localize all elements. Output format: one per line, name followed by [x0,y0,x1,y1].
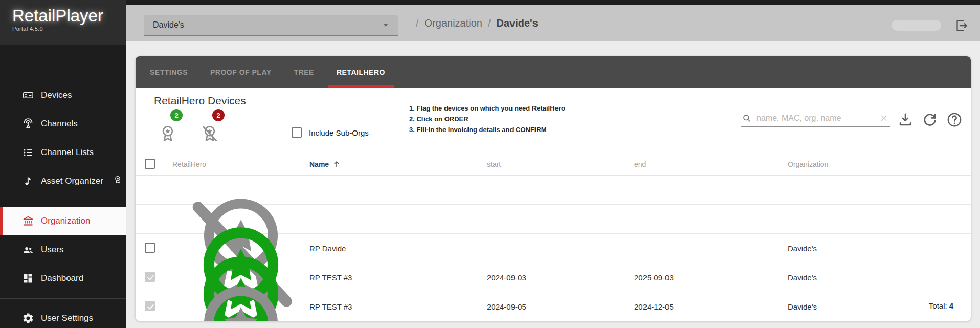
table-body: RP Davide Davide's RP TEST #3 2024-09-03… [136,176,971,292]
table-row: RP Davide Davide's [136,176,971,205]
tab-retailhero[interactable]: RETAILHERO [325,56,396,88]
row-checkbox[interactable] [145,272,155,282]
include-suborgs-checkbox[interactable] [292,127,302,138]
sidebar-item-channels[interactable]: Channels [0,110,126,138]
clear-search-icon[interactable] [879,113,889,123]
medal-icon [100,215,109,224]
help-icon[interactable] [946,111,963,128]
sidebar-item-channel-lists[interactable]: Channel Lists [0,138,126,167]
sort-ascending-icon [332,160,341,169]
sidebar-item-organization[interactable]: Organization [0,207,126,235]
instructions: 1. Flag the devices on which you need Re… [409,103,565,135]
row-organization: Davide's [788,273,971,282]
start-date: 2024-09-03 [487,273,634,282]
breadcrumb: / Organization / Davide's [416,5,538,41]
end-date: 2024-12-05 [634,302,788,311]
tab-tree[interactable]: TREE [283,56,325,88]
medal-icon [93,272,102,281]
sidebar-item-label: Channel Lists [41,147,94,158]
table-row: RP TEST #3 2024-09-03 2025-09-03 Davide'… [136,205,971,234]
medal-icon [103,146,113,156]
include-suborgs-label: Include Sub-Orgs [309,128,369,137]
table-header: RetailHero Name start end Organization [136,154,971,176]
tab-label: SETTINGS [150,68,188,76]
refresh-icon[interactable] [921,111,939,128]
tab-label: TREE [294,68,314,76]
top-strip [126,0,980,5]
select-all-checkbox[interactable] [145,159,155,169]
tab-settings[interactable]: SETTINGS [139,56,199,88]
sidebar-item-label: Dashboard [41,273,83,283]
tab-proof-of-play[interactable]: PROOF OF PLAY [199,56,283,88]
panel-title: RetailHero Devices [154,95,246,107]
instruction-line: 3. Fill-in the invoicing details and CON… [409,124,565,135]
device-name: RP Davide [309,244,487,253]
column-organization: Organization [788,160,971,168]
row-checkbox[interactable] [145,243,155,253]
disabled-count-badge: 2 [212,109,225,121]
search-box [741,110,890,127]
sidebar-item-icon [22,89,34,101]
total-label: Total: [929,301,947,310]
device-name: RP TEST #3 [309,302,487,311]
sidebar-item-icon [22,118,34,130]
row-checkbox[interactable] [145,301,155,311]
user-pill[interactable] [892,20,941,31]
retailhero-enabled-stat: 2 [158,109,191,143]
sidebar-item-dashboard[interactable]: Dashboard [0,264,126,293]
organization-selector-value: Davide's [153,20,184,30]
retailhero-disabled-icon [200,124,219,143]
medal-icon [81,89,91,98]
medal-icon [87,118,97,127]
breadcrumb-separator: / [488,17,491,29]
retailhero-panel: RetailHero Devices 2 2 Include Sub-Orgs … [136,88,971,321]
include-suborgs: Include Sub-Orgs [292,127,369,138]
tab-label: RETAILHERO [337,68,385,76]
top-bar: Davide's / Organization / Davide's [126,5,980,41]
sidebar-item-label: User Settings [41,313,93,323]
sidebar-item-asset-organizer[interactable]: Asset Organizer [0,167,126,195]
tab-bar: SETTINGS PROOF OF PLAY TREE RETAILHERO [136,56,971,88]
app-name: RetailPlayer [12,6,126,26]
enabled-count-badge: 2 [170,109,183,121]
sidebar-item-label: Users [41,245,63,255]
breadcrumb-organization[interactable]: Organization [425,17,482,29]
main-panel: SETTINGS PROOF OF PLAY TREE RETAILHERO R… [136,56,971,321]
breadcrumb-current[interactable]: Davide's [497,17,538,29]
start-date: 2024-09-05 [487,302,634,311]
sidebar-item-icon [22,175,34,187]
retailhero-status-icon [172,272,309,321]
breadcrumb-separator: / [416,17,419,29]
app-logo: RetailPlayer Portal 4.5.0 [0,0,126,45]
sidebar-nav: Devices Channels Channel Lists Asset Org… [0,45,126,328]
search-input[interactable] [756,114,874,123]
column-name-label: Name [309,160,329,168]
sidebar-item-label: Asset Organizer [41,176,103,186]
medal-icon [113,175,122,184]
logout-icon[interactable] [953,18,969,33]
instruction-line: 1. Flag the devices on which you need Re… [409,103,565,114]
device-name: RP TEST #3 [309,273,487,282]
column-start: start [487,160,634,168]
instruction-line: 2. Click on ORDER [409,114,565,124]
toolbar-icons [897,111,963,128]
sidebar-item-user-settings[interactable]: User Settings [0,304,126,328]
sidebar: RetailPlayer Portal 4.5.0 Devices Channe… [0,0,126,328]
medal-icon [73,244,82,253]
sidebar-item-label: Organization [41,216,90,226]
tab-label: PROOF OF PLAY [210,68,272,76]
sidebar-item-icon [22,272,34,285]
end-date: 2025-09-03 [634,273,788,282]
download-icon[interactable] [897,111,914,128]
retailhero-enabled-icon [158,124,177,143]
organization-selector[interactable]: Davide's [144,15,398,36]
column-name[interactable]: Name [309,160,487,169]
sidebar-item-devices[interactable]: Devices [0,81,126,110]
retailhero-disabled-stat: 2 [200,109,233,143]
sidebar-item-label: Channels [41,119,78,129]
sidebar-item-icon [22,215,34,227]
medal-icon [103,312,112,321]
sidebar-item-users[interactable]: Users [0,235,126,264]
sidebar-item-label: Devices [41,90,72,100]
column-retailhero: RetailHero [172,160,309,168]
